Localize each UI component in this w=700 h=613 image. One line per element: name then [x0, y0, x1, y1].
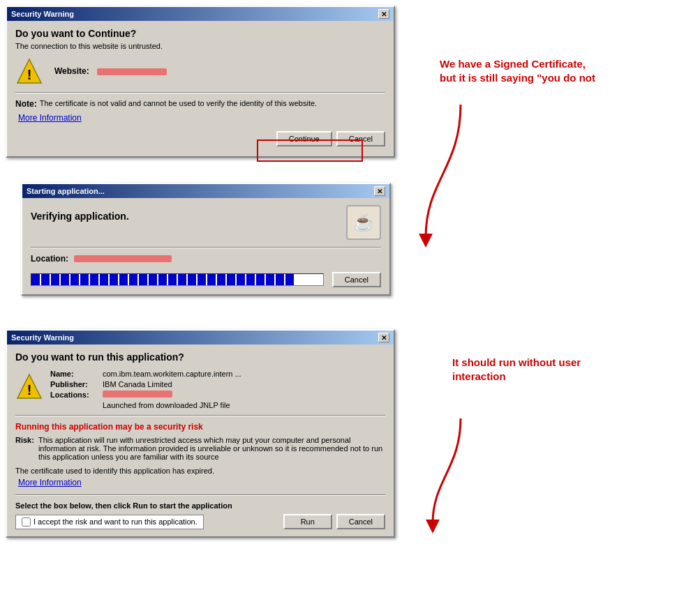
svg-marker-4: [419, 234, 433, 248]
svg-text:!: !: [27, 67, 32, 82]
accept-text: I accept the risk and want to run this a…: [33, 517, 198, 526]
name-label: Name:: [50, 370, 103, 378]
cancel-button-3[interactable]: Cancel: [336, 514, 385, 529]
risk-text: This application will run with unrestric…: [38, 436, 385, 461]
dialog1-subheading: The connection to this website is untrus…: [15, 42, 385, 50]
progress-bar: [31, 273, 324, 286]
title-2: Starting application...: [27, 187, 105, 195]
security-warning-dialog-1: Security Warning ✕ Do you want to Contin…: [6, 6, 395, 158]
dialog1-heading: Do you want to Continue?: [15, 28, 385, 39]
name-value: com.ibm.team.workitem.capture.intern ...: [103, 370, 241, 378]
dialog2-heading: Verifying application.: [31, 211, 129, 222]
publisher-label: Publisher:: [50, 380, 103, 388]
warning-icon-3: !: [15, 372, 43, 400]
close-button-1[interactable]: ✕: [378, 9, 389, 19]
annotation-2: It should run without user interaction: [452, 356, 581, 383]
risk-label: Risk:: [15, 436, 34, 461]
title-bar-3: Security Warning ✕: [7, 331, 394, 345]
warning-icon-1: !: [15, 57, 43, 85]
dialog3-heading: Do you want to run this application?: [15, 351, 385, 363]
annotation-1: We have a Signed Certificate, but it is …: [440, 57, 595, 84]
select-text: Select the box below, then click Run to …: [15, 501, 385, 510]
locations-value: [103, 391, 172, 398]
java-icon: ☕: [346, 205, 381, 240]
accept-checkbox[interactable]: [22, 517, 31, 527]
more-info-link-1[interactable]: More Information: [18, 113, 82, 123]
accept-checkbox-area: I accept the risk and want to run this a…: [15, 515, 204, 529]
note-text: The certificate is not valid and cannot …: [40, 99, 317, 109]
close-button-2[interactable]: ✕: [374, 186, 385, 196]
publisher-value: IBM Canada Limited: [103, 380, 172, 388]
cert-expired: The certificate used to identify this ap…: [15, 467, 385, 475]
close-button-3[interactable]: ✕: [378, 333, 389, 342]
title-bar-2: Starting application... ✕: [22, 184, 389, 198]
location-value: [74, 255, 172, 262]
title-bar-1: Security Warning ✕: [7, 7, 394, 21]
progress-fill: [31, 274, 294, 285]
title-1: Security Warning: [11, 10, 74, 18]
website-label: Website:: [54, 66, 89, 76]
more-info-link-3[interactable]: More Information: [18, 478, 82, 487]
svg-text:!: !: [27, 382, 32, 398]
security-warning-dialog-3: Security Warning ✕ Do you want to run th…: [6, 329, 395, 538]
note-label: Note:: [15, 99, 37, 109]
launched-text: Launched from downloaded JNLP file: [103, 401, 241, 409]
arrow-1: [405, 98, 489, 251]
svg-marker-5: [426, 520, 440, 533]
starting-application-dialog: Starting application... ✕ Verifying appl…: [21, 183, 391, 296]
title-3: Security Warning: [11, 333, 74, 342]
website-value: [97, 68, 167, 75]
highlight-box-1: [257, 139, 363, 162]
locations-label: Locations:: [50, 391, 103, 399]
run-button[interactable]: Run: [283, 514, 332, 529]
risk-heading: Running this application may be a securi…: [15, 422, 385, 432]
cancel-button-2[interactable]: Cancel: [332, 272, 381, 287]
arrow-2: [412, 411, 482, 537]
location-label: Location:: [31, 254, 68, 264]
